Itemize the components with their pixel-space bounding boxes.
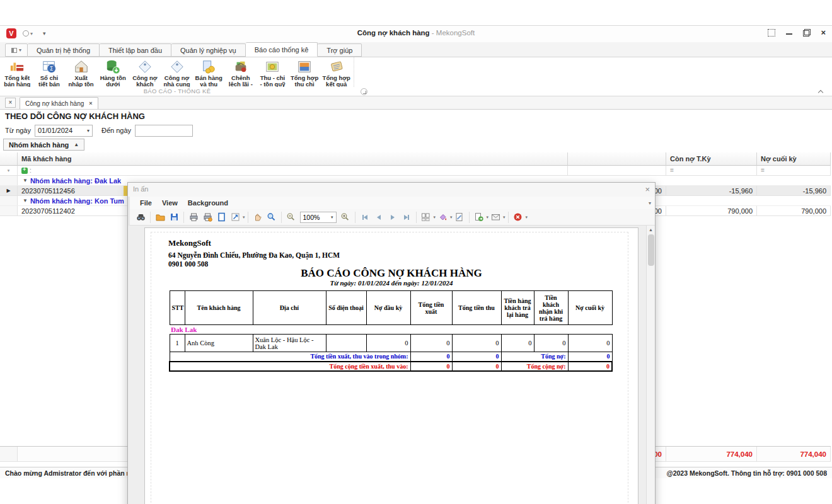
open-icon[interactable] — [154, 211, 166, 224]
menu-file[interactable]: File — [140, 199, 152, 207]
filter-edit-icon — [21, 168, 28, 174]
menu-view[interactable]: View — [162, 199, 178, 207]
ribbon-app-button[interactable]: ▾ — [5, 43, 28, 57]
sort-asc-icon: ▲ — [74, 142, 79, 147]
tab-quan-tri-he-thong[interactable]: Quản trị hệ thống — [28, 43, 100, 57]
summary-end: 774,040 — [757, 447, 831, 462]
col-tien-tra-lai: Tiền hàng khách trả lại hàng — [501, 291, 534, 325]
export-document-icon[interactable] — [473, 211, 485, 224]
background-color-icon[interactable] — [436, 211, 449, 224]
button-thu-chi-ton-quy[interactable]: Thu - chi - tồn quỹ — [257, 59, 289, 88]
email-icon[interactable] — [489, 211, 502, 224]
window-controls: × — [768, 29, 826, 37]
cell-end[interactable]: -15,960 — [757, 186, 831, 196]
dialog-close-icon[interactable]: × — [645, 185, 650, 194]
watermark-icon[interactable] — [453, 211, 466, 224]
group-dialog-launcher-icon[interactable] — [361, 88, 367, 95]
restore-icon[interactable] — [803, 29, 811, 37]
report-address: 64 Nguyễn Đình Chiểu, Phường Đa Kao, Quậ… — [168, 251, 340, 259]
from-date-input[interactable]: 01/01/2024▾ — [35, 125, 93, 137]
supplier-debt-tag-icon — [169, 59, 185, 74]
col-tong-tien-thu: Tổng tiền thu — [452, 291, 501, 325]
grid-header-end[interactable]: Nợ cuối kỳ — [757, 152, 831, 166]
print-preview-dialog: In ấn × File View Background ▾ ▾ — [127, 182, 656, 504]
collapse-group-icon[interactable]: ▼ — [23, 178, 28, 183]
collapse-group-icon[interactable]: ▼ — [23, 198, 28, 203]
hand-tool-icon[interactable] — [251, 211, 264, 224]
ribbon: Tổng kết bán hàng Σ Sổ chi tiết bán hàng… — [0, 57, 832, 87]
print-options-icon[interactable] — [201, 211, 214, 224]
scrollbar-thumb[interactable] — [648, 234, 654, 266]
toolbar-options-icon[interactable]: ▾ — [649, 200, 651, 206]
page-setup-icon[interactable] — [215, 211, 228, 224]
doc-tab-cong-no-khach-hang[interactable]: Công nợ khách hàng × — [20, 97, 98, 109]
tab-thiet-lap-ban-dau[interactable]: Thiết lập ban đầu — [100, 43, 171, 57]
col-ten-khach-hang: Tên khách hàng — [185, 291, 253, 325]
zoom-combo[interactable]: 100%▾ — [300, 212, 337, 223]
cell-remain[interactable]: -15,960 — [666, 186, 757, 196]
button-tong-ket-ban-hang[interactable]: Tổng kết bán hàng — [1, 59, 33, 88]
dialog-menu-bar: File View Background ▾ — [128, 197, 655, 209]
close-icon[interactable]: × — [821, 29, 826, 37]
customer-name: Anh Còng — [185, 335, 253, 352]
print-icon[interactable] — [187, 211, 200, 224]
cell-end[interactable]: 790,000 — [757, 206, 831, 216]
fullscreen-icon[interactable] — [768, 29, 775, 37]
from-date-label: Từ ngày — [5, 127, 31, 134]
grid-header-remain[interactable]: Còn nợ T.Kỳ — [666, 152, 757, 166]
scale-icon[interactable] — [229, 211, 241, 224]
menu-background[interactable]: Background — [188, 199, 228, 207]
to-date-input[interactable] — [135, 125, 193, 137]
window-title-suffix: - MekongSoft — [432, 29, 475, 37]
stock-below-min-icon — [105, 59, 121, 74]
grid-header-code[interactable]: Mã khách hàng — [18, 152, 568, 166]
profit-loss-icon — [233, 59, 249, 74]
minimize-icon[interactable] — [785, 29, 793, 37]
summary-indicator — [0, 447, 18, 462]
scroll-up-icon[interactable]: ▲ — [647, 227, 655, 232]
filter-code-cell[interactable]: : — [18, 166, 568, 176]
customer-address: Xuân Lộc - Hậu Lộc - Dak Lak — [253, 335, 326, 352]
first-page-icon[interactable] — [359, 211, 371, 224]
doc-tab-close-icon[interactable]: × — [89, 100, 92, 106]
grid-header-hidden[interactable] — [568, 152, 666, 166]
page-title: THEO DÕI CÔNG NỢ KHÁCH HÀNG — [5, 112, 145, 121]
search-icon[interactable] — [134, 211, 147, 224]
group-by-chip[interactable]: Nhóm khách hàng▲ — [3, 139, 84, 151]
grid-indicator-header — [0, 152, 18, 166]
button-tong-hop-thu-chi[interactable]: Tổng hợp thu chi — [289, 59, 321, 88]
ribbon-group-reports: Tổng kết bán hàng Σ Sổ chi tiết bán hàng… — [0, 57, 354, 87]
preview-vertical-scrollbar[interactable]: ▲ ▼ — [646, 226, 655, 504]
previous-page-icon[interactable] — [373, 211, 385, 224]
report-content: MekongSoft 64 Nguyễn Đình Chiểu, Phường … — [145, 228, 638, 504]
tab-bao-cao-thong-ke[interactable]: Báo cáo thống kê — [246, 42, 318, 57]
selected-row-indicator: ▶ — [0, 186, 18, 196]
filter-end-cell[interactable]: = — [757, 166, 831, 176]
save-icon[interactable] — [168, 211, 180, 224]
ribbon-tab-bar: ▾ Quản trị hệ thống Thiết lập ban đầu Qu… — [0, 42, 832, 57]
app-window: V ▾ ▾ Công nợ khách hàng - MekongSoft × … — [0, 25, 832, 478]
close-all-tabs-icon[interactable]: × — [5, 98, 16, 108]
dialog-title-bar[interactable]: In ấn × — [128, 183, 655, 197]
col-so-dien-thoai: Số điện thoại — [326, 291, 366, 325]
filter-remain-cell[interactable]: = — [666, 166, 757, 176]
preview-area[interactable]: MekongSoft 64 Nguyễn Đình Chiểu, Phường … — [128, 226, 655, 504]
ribbon-collapse-icon[interactable] — [818, 89, 823, 94]
row-arrow-icon: ▶ — [6, 188, 10, 193]
cell-remain[interactable]: 790,000 — [666, 206, 757, 216]
filter-row-indicator: ▾ — [0, 166, 18, 176]
tab-quan-ly-nghiep-vu[interactable]: Quản lý nghiệp vụ — [171, 43, 246, 57]
window-pane-icon — [11, 48, 17, 53]
filter-hidden-cell[interactable] — [568, 166, 666, 176]
col-dia-chi: Địa chỉ — [253, 291, 326, 325]
last-page-icon[interactable] — [400, 211, 413, 224]
window-title-text: Công nợ khách hàng — [357, 29, 430, 37]
tab-tro-giup[interactable]: Trợ giúp — [318, 43, 362, 57]
multiple-pages-icon[interactable] — [420, 211, 432, 224]
zoom-in-icon[interactable] — [339, 211, 352, 224]
magnifier-icon[interactable] — [265, 211, 278, 224]
close-preview-icon[interactable] — [512, 211, 524, 224]
report-group-row: Đak Lak — [170, 325, 612, 335]
zoom-out-icon[interactable] — [285, 211, 298, 224]
next-page-icon[interactable] — [386, 211, 399, 224]
